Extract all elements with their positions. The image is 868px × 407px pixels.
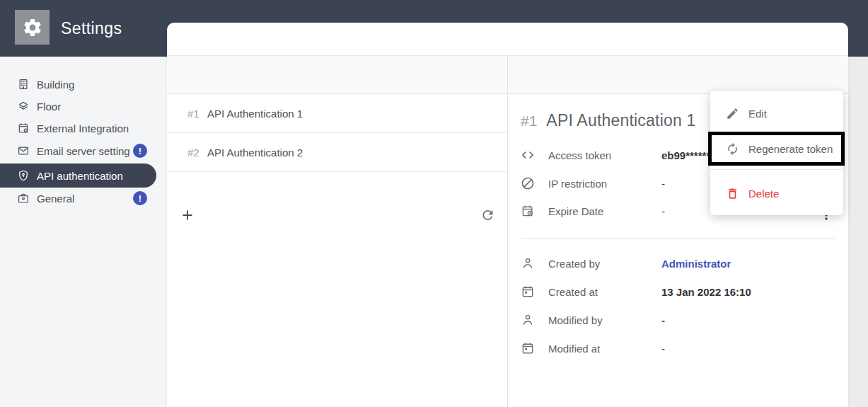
pencil-icon [726,107,739,120]
person-icon [521,313,535,327]
add-button[interactable] [180,207,195,223]
plus-icon [180,207,195,223]
autorenew-icon [726,142,739,156]
detail-name: API Authentication 1 [546,111,695,130]
list-item-api-authentication-2[interactable]: #2 API Authentication 2 [167,133,507,172]
menu-item-edit[interactable]: Edit [710,96,843,131]
block-icon [521,176,535,190]
expire-date-value: - [661,205,665,217]
settings-logo [15,10,50,45]
ip-restriction-value: - [661,178,665,190]
field-modified-by: Modified by - [521,311,835,328]
trash-icon [726,187,739,200]
created-at-value: 13 Jan 2022 16:10 [661,286,751,298]
refresh-icon [480,207,495,222]
alert-badge: ! [133,144,147,158]
sidebar-item-general[interactable]: General ! [0,187,167,210]
layers-icon [17,100,30,113]
briefcase-icon [17,192,30,205]
building-icon [17,78,30,91]
person-icon [521,256,535,270]
sidebar: Building Floor External Integration Emai… [0,57,167,407]
list-item-api-authentication-1[interactable]: #1 API Authentication 1 [167,94,507,133]
modified-at-value: - [661,343,665,355]
field-modified-at: Modified at - [521,340,835,357]
refresh-button[interactable] [480,207,495,222]
access-token-value: eb99****** [661,149,710,161]
created-by-value[interactable]: Administrator [661,258,731,270]
calendar-integration-icon [17,122,30,134]
alert-badge: ! [133,191,147,205]
menu-item-regenerate-token[interactable]: Regenerate token [710,131,843,166]
detail-title: #1 API Authentication 1 [521,111,696,130]
calendar-clock-icon [521,204,535,218]
sidebar-item-external-integration[interactable]: External Integration [0,117,167,139]
sidebar-item-building[interactable]: Building [0,73,167,96]
field-created-at: Created at 13 Jan 2022 16:10 [521,283,835,300]
sidebar-item-email-server-setting[interactable]: Email server setting ! [0,139,167,162]
calendar-icon [521,341,535,355]
sidebar-item-floor[interactable]: Floor [0,95,167,117]
detail-number: #1 [521,113,537,130]
gear-icon [22,17,43,38]
calendar-icon [521,285,535,299]
menu-item-delete[interactable]: Delete [710,176,843,211]
menu-divider [710,169,843,170]
modified-by-value: - [661,314,665,326]
context-menu: Edit Regenerate token Delete [710,91,843,215]
page-title: Settings [61,0,122,57]
shield-icon [17,169,30,182]
field-created-by: Created by Administrator [521,255,835,272]
envelope-icon [17,144,30,157]
sidebar-item-api-authentication[interactable]: API authentication [0,164,156,188]
code-icon [521,148,535,162]
section-divider [521,239,835,239]
